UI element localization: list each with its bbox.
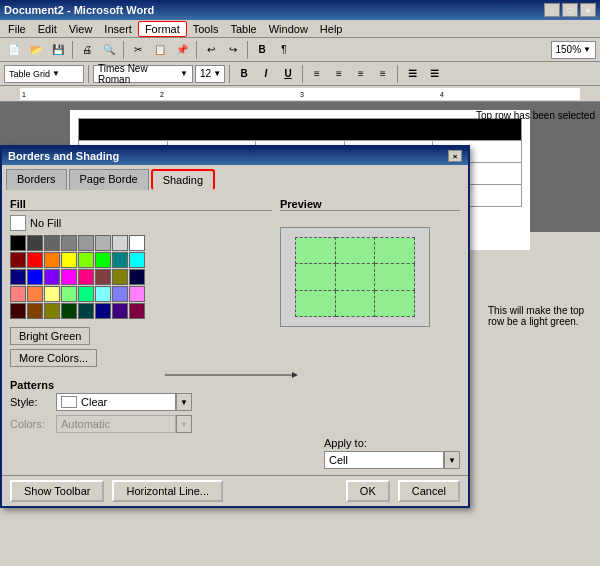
- color-r5c7[interactable]: [112, 303, 128, 319]
- color-teal[interactable]: [112, 252, 128, 268]
- color-darkred[interactable]: [10, 252, 26, 268]
- color-r4c7[interactable]: [112, 286, 128, 302]
- bold-icon[interactable]: B: [252, 40, 272, 60]
- color-white[interactable]: [129, 235, 145, 251]
- align-left-button[interactable]: ≡: [307, 64, 327, 84]
- color-orange[interactable]: [44, 252, 60, 268]
- ok-button[interactable]: OK: [346, 480, 390, 502]
- color-r5c8[interactable]: [129, 303, 145, 319]
- zoom-dropdown[interactable]: 150% ▼: [551, 41, 597, 59]
- tab-page-border[interactable]: Page Borde: [69, 169, 149, 190]
- color-black[interactable]: [10, 235, 26, 251]
- justify-button[interactable]: ≡: [373, 64, 393, 84]
- color-green[interactable]: [95, 252, 111, 268]
- colors-dropdown-arrow: ▼: [176, 415, 192, 433]
- undo-button[interactable]: ↩: [201, 40, 221, 60]
- cut-button[interactable]: ✂: [128, 40, 148, 60]
- color-pink[interactable]: [78, 269, 94, 285]
- menu-help[interactable]: Help: [314, 22, 349, 36]
- bright-green-button[interactable]: Bright Green: [10, 327, 90, 345]
- color-r4c2[interactable]: [27, 286, 43, 302]
- color-r4c6[interactable]: [95, 286, 111, 302]
- color-r5c1[interactable]: [10, 303, 26, 319]
- horizontal-line-button[interactable]: Horizontal Line...: [112, 480, 223, 502]
- color-olive[interactable]: [112, 269, 128, 285]
- bold-button[interactable]: B: [234, 64, 254, 84]
- style-dropdown-arrow[interactable]: ▼: [176, 393, 192, 411]
- color-r4c5[interactable]: [78, 286, 94, 302]
- color-r5c5[interactable]: [78, 303, 94, 319]
- apply-to-arrow[interactable]: ▼: [444, 451, 460, 469]
- color-red[interactable]: [27, 252, 43, 268]
- menu-edit[interactable]: Edit: [32, 22, 63, 36]
- underline-button[interactable]: U: [278, 64, 298, 84]
- color-r5c3[interactable]: [44, 303, 60, 319]
- fmt-sep1: [88, 65, 89, 83]
- color-purple[interactable]: [44, 269, 60, 285]
- fontsize-dropdown[interactable]: 12 ▼: [195, 65, 225, 83]
- color-lime[interactable]: [78, 252, 94, 268]
- menu-file[interactable]: File: [2, 22, 32, 36]
- color-gray6[interactable]: [112, 235, 128, 251]
- table-style-dropdown[interactable]: Table Grid ▼: [4, 65, 84, 83]
- color-gray3[interactable]: [61, 235, 77, 251]
- colors-input: Automatic: [56, 415, 176, 433]
- color-r5c6[interactable]: [95, 303, 111, 319]
- patterns-label: Patterns: [10, 379, 460, 391]
- more-colors-button[interactable]: More Colors...: [10, 349, 97, 367]
- copy-button[interactable]: 📋: [150, 40, 170, 60]
- paste-button[interactable]: 📌: [172, 40, 192, 60]
- style-input[interactable]: Clear: [56, 393, 176, 411]
- menu-insert[interactable]: Insert: [98, 22, 138, 36]
- close-button[interactable]: ×: [580, 3, 596, 17]
- color-maroon[interactable]: [95, 269, 111, 285]
- align-center-button[interactable]: ≡: [329, 64, 349, 84]
- color-r4c4[interactable]: [61, 286, 77, 302]
- tab-shading[interactable]: Shading: [151, 169, 215, 190]
- font-dropdown[interactable]: Times New Roman ▼: [93, 65, 193, 83]
- open-button[interactable]: 📂: [26, 40, 46, 60]
- menu-format[interactable]: Format: [138, 21, 187, 37]
- color-r4c8[interactable]: [129, 286, 145, 302]
- color-gray1[interactable]: [27, 235, 43, 251]
- para-icon[interactable]: ¶: [274, 40, 294, 60]
- new-button[interactable]: 📄: [4, 40, 24, 60]
- menu-window[interactable]: Window: [263, 22, 314, 36]
- color-gray5[interactable]: [95, 235, 111, 251]
- align-right-button[interactable]: ≡: [351, 64, 371, 84]
- separator3: [196, 41, 197, 59]
- color-navy[interactable]: [10, 269, 26, 285]
- italic-button[interactable]: I: [256, 64, 276, 84]
- print-button[interactable]: 🖨: [77, 40, 97, 60]
- tab-borders[interactable]: Borders: [6, 169, 67, 190]
- no-fill-swatch[interactable]: [10, 215, 26, 231]
- menu-table[interactable]: Table: [224, 22, 262, 36]
- color-r5c2[interactable]: [27, 303, 43, 319]
- separator2: [123, 41, 124, 59]
- save-button[interactable]: 💾: [48, 40, 68, 60]
- color-cyan[interactable]: [129, 252, 145, 268]
- menu-view[interactable]: View: [63, 22, 99, 36]
- color-darkblue[interactable]: [129, 269, 145, 285]
- menu-tools[interactable]: Tools: [187, 22, 225, 36]
- color-violet[interactable]: [61, 269, 77, 285]
- color-gray4[interactable]: [78, 235, 94, 251]
- redo-button[interactable]: ↪: [223, 40, 243, 60]
- color-blue[interactable]: [27, 269, 43, 285]
- apply-to-input[interactable]: Cell: [324, 451, 444, 469]
- maximize-button[interactable]: □: [562, 3, 578, 17]
- bullet-button[interactable]: ☰: [402, 64, 422, 84]
- cancel-button[interactable]: Cancel: [398, 480, 460, 502]
- color-gray2[interactable]: [44, 235, 60, 251]
- preview-button[interactable]: 🔍: [99, 40, 119, 60]
- dialog-close-button[interactable]: ×: [448, 150, 462, 162]
- color-r4c1[interactable]: [10, 286, 26, 302]
- color-yellow[interactable]: [61, 252, 77, 268]
- color-r4c3[interactable]: [44, 286, 60, 302]
- minimize-button[interactable]: _: [544, 3, 560, 17]
- dialog-title-bar: Borders and Shading ×: [2, 147, 468, 165]
- number-button[interactable]: ☰: [424, 64, 444, 84]
- show-toolbar-button[interactable]: Show Toolbar: [10, 480, 104, 502]
- ruler-inner: 1 2 3 4: [20, 88, 580, 100]
- color-r5c4[interactable]: [61, 303, 77, 319]
